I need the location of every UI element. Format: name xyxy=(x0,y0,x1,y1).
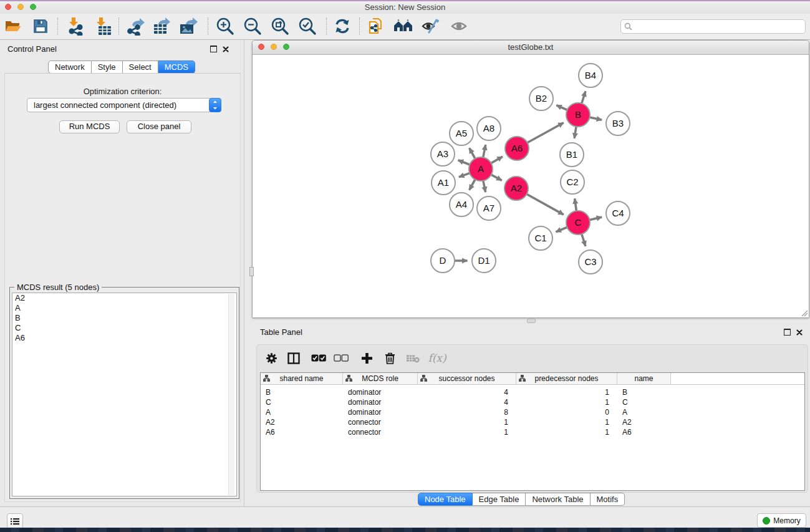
table-row[interactable]: A6connector11A6 xyxy=(261,427,804,437)
export-image-button[interactable] xyxy=(178,16,200,37)
control-panel-tabs: NetworkStyleSelectMCDS xyxy=(48,60,195,72)
table-row[interactable]: Cdominator41C xyxy=(261,397,804,407)
main-toolbar xyxy=(0,14,810,40)
cell-successor-nodes: 1 xyxy=(418,427,516,437)
table-panel-title: Table Panel xyxy=(260,327,302,337)
run-mcds-button[interactable]: Run MCDS xyxy=(59,120,120,133)
save-icon xyxy=(33,19,48,34)
zoom-in-icon xyxy=(216,17,234,36)
show-all-button[interactable] xyxy=(393,16,414,37)
search-field[interactable] xyxy=(620,19,806,34)
import-network-button[interactable] xyxy=(65,16,86,37)
add-column-button[interactable] xyxy=(359,350,375,366)
column-header-shared-name[interactable]: shared name xyxy=(261,373,343,384)
column-header-predecessor-nodes[interactable]: predecessor nodes xyxy=(516,373,617,384)
window-resize-grip[interactable] xyxy=(801,309,808,317)
zoom-out-button[interactable] xyxy=(242,16,263,37)
zoom-in-button[interactable] xyxy=(215,16,236,37)
mcds-result-item[interactable]: A6 xyxy=(12,333,236,343)
zoom-fit-button[interactable] xyxy=(269,16,291,37)
show-eye-button[interactable] xyxy=(448,16,470,37)
table-row[interactable]: Adominator80A xyxy=(261,407,804,417)
memory-status-icon xyxy=(763,517,770,525)
refresh-icon xyxy=(334,17,351,35)
node-label-A3: A3 xyxy=(437,148,448,159)
close-window-button[interactable] xyxy=(5,4,11,10)
tab-motifs[interactable]: Motifs xyxy=(591,493,625,506)
minimize-network-window-button[interactable] xyxy=(271,44,277,50)
tab-mcds[interactable]: MCDS xyxy=(158,60,195,74)
toolbar-separator xyxy=(57,17,58,35)
mcds-result-item[interactable]: A2 xyxy=(12,293,236,303)
hide-selected-button[interactable] xyxy=(420,16,441,37)
zoom-out-icon xyxy=(243,17,262,36)
delete-table-icon xyxy=(406,354,420,363)
tab-edge-table[interactable]: Edge Table xyxy=(473,493,526,506)
column-header-successor-nodes[interactable]: successor nodes xyxy=(418,373,516,384)
column-visibility-button[interactable] xyxy=(286,350,302,366)
column-header-name[interactable]: name xyxy=(617,373,671,384)
close-network-window-button[interactable] xyxy=(258,44,264,50)
tab-select[interactable]: Select xyxy=(123,60,158,74)
function-builder-button[interactable]: f(x) xyxy=(427,350,448,366)
cell-shared-name: A6 xyxy=(261,427,343,437)
deselect-all-button[interactable] xyxy=(333,350,349,366)
close-panel-button[interactable]: Close panel xyxy=(127,120,191,133)
tab-style[interactable]: Style xyxy=(92,60,123,74)
mcds-result-item[interactable]: B xyxy=(12,313,236,323)
delete-column-button[interactable] xyxy=(382,350,398,366)
float-panel-icon[interactable] xyxy=(210,46,217,52)
node-label-A4: A4 xyxy=(456,199,467,210)
memory-button[interactable]: Memory xyxy=(757,513,806,528)
close-table-panel-icon[interactable] xyxy=(796,329,803,336)
tab-network[interactable]: Network xyxy=(48,60,92,74)
table-row[interactable]: Bdominator41B xyxy=(261,387,804,397)
zoom-network-window-button[interactable] xyxy=(283,44,289,50)
session-title: Session: New Session xyxy=(0,1,810,14)
node-label-B2: B2 xyxy=(536,93,547,104)
node-label-A5: A5 xyxy=(456,128,467,138)
node-label-D: D xyxy=(440,255,446,266)
column-type-icon xyxy=(519,375,526,382)
task-history-button[interactable] xyxy=(7,513,23,529)
refresh-button[interactable] xyxy=(332,16,353,37)
zoom-selected-button[interactable] xyxy=(297,16,318,37)
table-header-row: shared nameMCDS rolesuccessor nodesprede… xyxy=(261,373,804,385)
mcds-result-item[interactable]: C xyxy=(12,323,236,333)
zoom-window-button[interactable] xyxy=(30,4,36,10)
split-divider-grip[interactable] xyxy=(527,319,536,323)
cell-shared-name: B xyxy=(261,387,343,397)
network-canvas[interactable]: AA1A2A3A4A5A6A7A8BB1B2B3B4CC1C2C3C4DD1 xyxy=(253,55,809,317)
criterion-dropdown[interactable]: largest connected component (directed) xyxy=(27,98,221,112)
cell-name: C xyxy=(617,397,671,407)
close-panel-icon[interactable] xyxy=(223,46,229,52)
open-file-button[interactable] xyxy=(2,16,24,37)
window-edge-handle[interactable] xyxy=(249,267,254,276)
select-all-button[interactable] xyxy=(311,350,327,366)
cell-predecessor-nodes: 1 xyxy=(516,427,617,437)
toolbar-separator xyxy=(208,17,208,35)
export-network-button[interactable] xyxy=(126,16,147,37)
table-row[interactable]: A2connector11A2 xyxy=(261,417,804,427)
tab-node-table[interactable]: Node Table xyxy=(418,493,473,506)
node-label-B: B xyxy=(575,109,581,120)
delete-table-button[interactable] xyxy=(405,350,421,366)
cell-predecessor-nodes: 1 xyxy=(516,417,617,427)
table-settings-button[interactable] xyxy=(263,350,279,366)
mcds-result-item[interactable]: A xyxy=(12,303,236,313)
import-table-button[interactable] xyxy=(92,16,113,37)
mcds-result-group: MCDS result (5 nodes) A2ABCA6 xyxy=(9,287,239,499)
duplicate-network-button[interactable] xyxy=(366,16,387,37)
node-label-B1: B1 xyxy=(566,149,577,160)
float-table-panel-icon[interactable] xyxy=(784,329,791,336)
mcds-result-list[interactable]: A2ABCA6 xyxy=(12,293,237,496)
mcds-result-title: MCDS result (5 nodes) xyxy=(14,283,102,292)
column-header-MCDS-role[interactable]: MCDS role xyxy=(343,373,418,384)
tab-network-table[interactable]: Network Table xyxy=(526,493,590,506)
scrollbar-track[interactable] xyxy=(228,294,234,495)
cell-successor-nodes: 1 xyxy=(418,417,516,427)
minimize-window-button[interactable] xyxy=(17,4,24,10)
network-window-titlebar[interactable]: testGlobe.txt xyxy=(253,41,809,55)
export-table-button[interactable] xyxy=(152,16,173,37)
save-session-button[interactable] xyxy=(30,16,51,37)
